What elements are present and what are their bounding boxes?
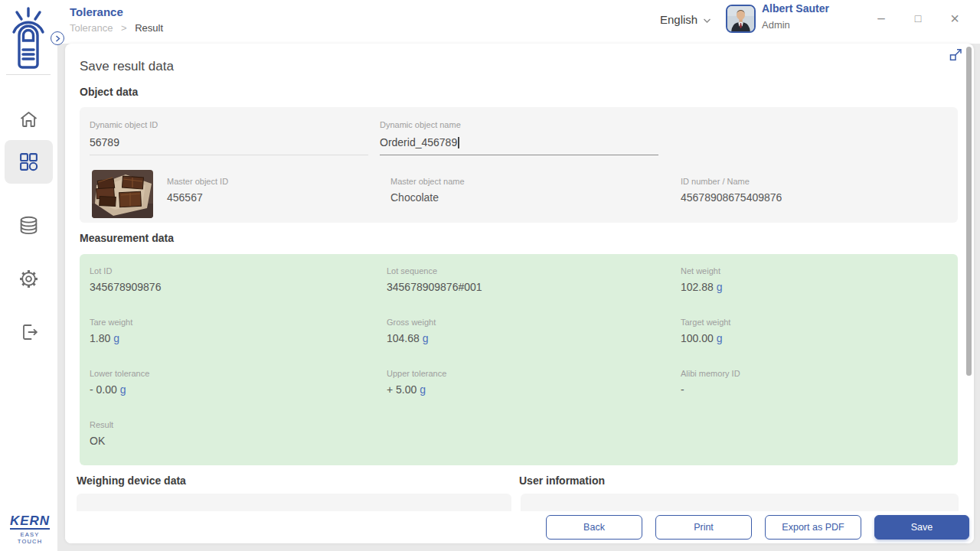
measurement-field-alibi-memory-id: Alibi memory ID - bbox=[681, 369, 740, 420]
measurement-grid: Lot ID 345678909876 Lot sequence 3456789… bbox=[90, 266, 740, 471]
breadcrumb-current: Result bbox=[135, 22, 163, 34]
settings-gear-icon bbox=[18, 269, 39, 289]
easy-touch-text: EASY TOUCH bbox=[7, 531, 53, 545]
user-information-panel bbox=[521, 494, 959, 511]
dynamic-object-name-label: Dynamic object name bbox=[380, 120, 658, 129]
chevron-down-icon bbox=[703, 18, 711, 24]
object-data-heading: Object data bbox=[80, 86, 138, 98]
back-button[interactable]: Back bbox=[546, 515, 642, 540]
master-object-id-field: Master object ID 456567 bbox=[167, 177, 228, 204]
master-object-name-value: Chocolate bbox=[390, 191, 465, 204]
breadcrumb-separator-icon: > bbox=[121, 22, 127, 34]
measurement-field-tare-weight: Tare weight 1.80 g bbox=[90, 318, 387, 369]
sidebar-item-database[interactable] bbox=[0, 204, 57, 246]
dynamic-object-id-label: Dynamic object ID bbox=[90, 120, 368, 129]
close-icon[interactable]: × bbox=[946, 9, 963, 28]
measurement-field-net-weight: Net weight 102.88 g bbox=[681, 266, 740, 318]
touch-logo-icon bbox=[10, 5, 47, 70]
master-object-id-value: 456567 bbox=[167, 191, 228, 204]
measurement-field-lot-id: Lot ID 345678909876 bbox=[90, 266, 387, 318]
sidebar-item-home[interactable] bbox=[0, 98, 57, 141]
save-button[interactable]: Save bbox=[874, 515, 969, 540]
user-information-heading: User information bbox=[519, 474, 605, 487]
kern-logo: KERN EASY TOUCH bbox=[7, 514, 53, 545]
logout-icon bbox=[19, 322, 39, 342]
measurement-field-lower-tolerance: Lower tolerance - 0.00 g bbox=[90, 369, 387, 420]
scrollbar[interactable] bbox=[965, 45, 972, 541]
action-bar: Back Print Export as PDF Save bbox=[65, 511, 974, 543]
master-object-id-label: Master object ID bbox=[167, 177, 228, 186]
expand-icon[interactable] bbox=[949, 48, 963, 62]
id-number-name-value: 45678908675409876 bbox=[681, 191, 782, 204]
minimize-icon[interactable]: – bbox=[873, 9, 890, 28]
chevron-right-icon bbox=[55, 35, 60, 42]
content-card: Save result data Object data Dynamic obj… bbox=[65, 44, 974, 543]
measurement-field-target-weight: Target weight 100.00 g bbox=[681, 318, 740, 369]
language-selector[interactable]: English bbox=[660, 13, 711, 26]
master-object-name-field: Master object name Chocolate bbox=[390, 177, 465, 204]
breadcrumb-parent[interactable]: Tolerance bbox=[70, 22, 113, 34]
print-button[interactable]: Print bbox=[655, 515, 752, 540]
window-controls: – □ × bbox=[873, 9, 963, 28]
database-icon bbox=[18, 215, 39, 236]
master-object-name-label: Master object name bbox=[390, 177, 465, 186]
sidebar: KERN EASY TOUCH bbox=[0, 0, 57, 551]
id-number-name-label: ID number / Name bbox=[681, 177, 782, 186]
master-object-image bbox=[92, 170, 153, 218]
object-data-panel: Dynamic object ID 56789 Dynamic object n… bbox=[80, 107, 958, 223]
measurement-field-result: Result OK bbox=[90, 420, 387, 471]
avatar-photo bbox=[727, 6, 754, 31]
text-cursor bbox=[458, 137, 459, 148]
sidebar-item-settings[interactable] bbox=[0, 257, 57, 300]
measurement-field-gross-weight: Gross weight 104.68 g bbox=[387, 318, 681, 369]
home-icon bbox=[18, 109, 39, 129]
kern-logo-text: KERN bbox=[10, 514, 50, 530]
dynamic-object-name-input[interactable]: Orderid_456789 bbox=[380, 136, 658, 155]
breadcrumb: Tolerance > Result bbox=[70, 22, 163, 34]
page-title: Tolerance bbox=[70, 5, 123, 18]
export-pdf-button[interactable]: Export as PDF bbox=[765, 515, 861, 540]
id-number-name-field: ID number / Name 45678908675409876 bbox=[681, 177, 782, 204]
sidebar-item-logout[interactable] bbox=[0, 311, 57, 354]
apps-grid-icon bbox=[18, 152, 39, 172]
chocolate-photo bbox=[92, 170, 153, 218]
language-label: English bbox=[660, 13, 697, 26]
dynamic-object-name-field[interactable]: Dynamic object name Orderid_456789 bbox=[380, 120, 658, 155]
dynamic-object-id-input[interactable]: 56789 bbox=[90, 136, 368, 155]
user-role: Admin bbox=[762, 19, 790, 31]
top-header: Tolerance Tolerance > Result English Alb… bbox=[0, 0, 980, 44]
maximize-icon[interactable]: □ bbox=[910, 9, 926, 28]
sidebar-item-apps[interactable] bbox=[5, 140, 53, 184]
dynamic-object-id-field[interactable]: Dynamic object ID 56789 bbox=[90, 120, 368, 155]
weighing-device-data-heading: Weighing device data bbox=[77, 474, 186, 487]
measurement-field-upper-tolerance: Upper tolerance + 5.00 g bbox=[387, 369, 681, 420]
measurement-data-panel: Lot ID 345678909876 Lot sequence 3456789… bbox=[80, 254, 958, 465]
avatar[interactable] bbox=[726, 5, 756, 33]
user-name: Albert Sauter bbox=[762, 2, 829, 15]
card-title: Save result data bbox=[80, 59, 174, 74]
sidebar-divider bbox=[6, 74, 51, 75]
sidebar-expand-button[interactable] bbox=[51, 31, 64, 45]
measurement-data-heading: Measurement data bbox=[80, 232, 174, 244]
measurement-field-lot-sequence: Lot sequence 345678909876#001 bbox=[387, 266, 681, 318]
scrollbar-thumb[interactable] bbox=[966, 47, 972, 376]
weighing-device-data-panel bbox=[77, 494, 511, 511]
